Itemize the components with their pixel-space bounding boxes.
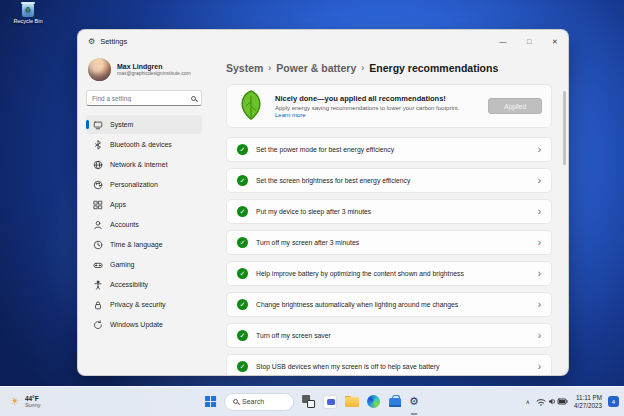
system-tray: ∧ 11:11 PM 4/27/2023 4 bbox=[526, 387, 619, 416]
sidebar-item-apps[interactable]: Apps bbox=[86, 195, 202, 214]
sidebar-item-label: Apps bbox=[110, 201, 126, 208]
applied-button[interactable]: Applied bbox=[488, 98, 542, 114]
sidebar-item-label: Windows Update bbox=[110, 321, 163, 328]
sidebar-item-personalization[interactable]: Personalization bbox=[86, 175, 202, 194]
start-button[interactable] bbox=[205, 387, 216, 416]
sidebar-item-system[interactable]: System bbox=[86, 115, 202, 134]
weather-condition: Sunny bbox=[25, 402, 41, 408]
user-profile[interactable]: Max Lindgren max@graphicdesigninstitute.… bbox=[88, 58, 202, 81]
learn-more-link[interactable]: Learn more bbox=[275, 112, 459, 118]
task-view-button[interactable] bbox=[302, 387, 315, 416]
check-circle-icon: ✓ bbox=[237, 299, 248, 310]
chevron-right-icon: › bbox=[538, 145, 541, 155]
check-circle-icon: ✓ bbox=[237, 144, 248, 155]
chevron-right-icon: › bbox=[538, 269, 541, 279]
open-app-indicator bbox=[411, 413, 418, 415]
recommendation-label: Help improve battery by optimizing the c… bbox=[256, 270, 464, 277]
close-button[interactable]: ✕ bbox=[542, 30, 568, 53]
sidebar: Max Lindgren max@graphicdesigninstitute.… bbox=[78, 53, 208, 375]
check-circle-icon: ✓ bbox=[237, 268, 248, 279]
recommendation-label: Set the power mode for best energy effic… bbox=[256, 146, 394, 153]
recommendation-row-usb-devices[interactable]: ✓ Stop USB devices when my screen is off… bbox=[226, 354, 552, 376]
recommendation-row-auto-brightness[interactable]: ✓ Change brightness automatically when l… bbox=[226, 292, 552, 317]
sidebar-item-gaming[interactable]: Gaming bbox=[86, 255, 202, 274]
tray-date: 4/27/2023 bbox=[574, 402, 602, 410]
battery-icon bbox=[558, 399, 568, 404]
chat-button[interactable] bbox=[323, 387, 337, 416]
scrollbar[interactable] bbox=[563, 91, 566, 165]
notification-badge[interactable]: 4 bbox=[608, 396, 619, 407]
file-explorer-icon bbox=[345, 396, 359, 408]
personalization-icon bbox=[93, 180, 103, 190]
weather-temp: 44°F bbox=[25, 395, 41, 402]
recommendation-row-screen-brightness[interactable]: ✓ Set the screen brightness for best ene… bbox=[226, 168, 552, 193]
apps-icon bbox=[93, 200, 103, 210]
desktop-wallpaper: Recycle Bin ⚙ Settings — □ ✕ Max Lindgre… bbox=[0, 0, 624, 416]
check-circle-icon: ✓ bbox=[237, 206, 248, 217]
chevron-right-icon: › bbox=[538, 238, 541, 248]
sidebar-item-label: Accessibility bbox=[110, 281, 148, 288]
search-icon bbox=[233, 399, 238, 404]
chevron-right-icon: › bbox=[538, 176, 541, 186]
update-icon bbox=[93, 320, 103, 330]
weather-widget[interactable]: ☀ 44°F Sunny bbox=[4, 387, 46, 416]
tray-time: 11:11 PM bbox=[574, 394, 602, 402]
recommendation-row-optimize-content[interactable]: ✓ Help improve battery by optimizing the… bbox=[226, 261, 552, 286]
sidebar-item-label: Privacy & security bbox=[110, 301, 166, 308]
store-button[interactable] bbox=[388, 387, 401, 416]
recommendation-label: Turn off my screen saver bbox=[256, 332, 331, 339]
taskbar-search[interactable]: Search bbox=[224, 387, 294, 416]
sidebar-item-label: Bluetooth & devices bbox=[110, 141, 172, 148]
recycle-bin[interactable]: Recycle Bin bbox=[8, 4, 48, 24]
taskbar-center: Search ⚙ bbox=[205, 387, 419, 416]
wifi-icon bbox=[537, 399, 545, 405]
gear-icon: ⚙ bbox=[409, 396, 419, 407]
window-controls: — □ ✕ bbox=[490, 30, 568, 53]
recommendation-label: Put my device to sleep after 3 minutes bbox=[256, 208, 371, 215]
recycle-bin-icon bbox=[22, 4, 34, 17]
page-title: Energy recommendations bbox=[369, 62, 498, 74]
settings-taskbar-button[interactable]: ⚙ bbox=[409, 387, 419, 416]
recommendation-row-sleep[interactable]: ✓ Put my device to sleep after 3 minutes… bbox=[226, 199, 552, 224]
clock-icon bbox=[93, 240, 103, 250]
chevron-right-icon: › bbox=[538, 362, 541, 372]
file-explorer-button[interactable] bbox=[345, 387, 359, 416]
minimize-button[interactable]: — bbox=[490, 30, 516, 53]
tray-status-icons[interactable] bbox=[536, 396, 568, 407]
check-circle-icon: ✓ bbox=[237, 175, 248, 186]
recommendations-banner: Nicely done—you applied all recommendati… bbox=[226, 84, 552, 128]
edge-icon bbox=[367, 395, 380, 408]
edge-button[interactable] bbox=[367, 387, 380, 416]
windows-logo-icon bbox=[205, 396, 216, 407]
banner-subtitle: Apply energy saving recommendations to l… bbox=[275, 105, 459, 111]
sidebar-item-privacy-security[interactable]: Privacy & security bbox=[86, 295, 202, 314]
store-icon bbox=[388, 395, 401, 408]
breadcrumb-system[interactable]: System bbox=[226, 62, 263, 74]
sidebar-item-windows-update[interactable]: Windows Update bbox=[86, 315, 202, 334]
chevron-right-icon: › bbox=[538, 300, 541, 310]
chat-icon bbox=[323, 395, 337, 409]
titlebar: ⚙ Settings — □ ✕ bbox=[78, 30, 568, 53]
sun-icon: ☀ bbox=[10, 395, 20, 408]
clock[interactable]: 11:11 PM 4/27/2023 bbox=[574, 394, 602, 410]
globe-icon bbox=[93, 160, 103, 170]
sidebar-item-network-internet[interactable]: Network & internet bbox=[86, 155, 202, 174]
recommendation-row-power-mode[interactable]: ✓ Set the power mode for best energy eff… bbox=[226, 137, 552, 162]
chevron-right-icon: › bbox=[538, 331, 541, 341]
sidebar-item-bluetooth-devices[interactable]: Bluetooth & devices bbox=[86, 135, 202, 154]
tray-chevron-up-icon[interactable]: ∧ bbox=[526, 398, 530, 405]
sidebar-item-time-language[interactable]: Time & language bbox=[86, 235, 202, 254]
settings-search-box[interactable] bbox=[86, 90, 202, 106]
sidebar-item-label: Network & internet bbox=[110, 161, 168, 168]
maximize-button[interactable]: □ bbox=[516, 30, 542, 53]
leaf-icon bbox=[236, 90, 266, 122]
recommendation-label: Turn off my screen after 3 minutes bbox=[256, 239, 359, 246]
sidebar-item-label: Time & language bbox=[110, 241, 163, 248]
sidebar-item-accessibility[interactable]: Accessibility bbox=[86, 275, 202, 294]
recommendation-row-screen-off[interactable]: ✓ Turn off my screen after 3 minutes › bbox=[226, 230, 552, 255]
recommendation-label: Set the screen brightness for best energ… bbox=[256, 177, 410, 184]
sidebar-item-accounts[interactable]: Accounts bbox=[86, 215, 202, 234]
breadcrumb-power-battery[interactable]: Power & battery bbox=[276, 62, 356, 74]
recommendation-row-screen-saver[interactable]: ✓ Turn off my screen saver › bbox=[226, 323, 552, 348]
search-input[interactable] bbox=[92, 95, 191, 102]
